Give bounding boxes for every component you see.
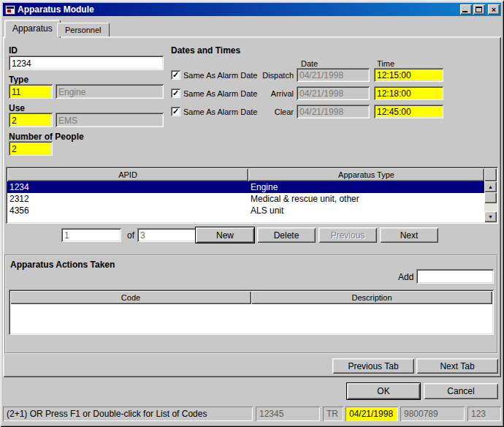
apparatus-table-body: 1234 Engine 2312 Medical & rescue unit, … bbox=[7, 181, 484, 216]
actions-table-header: Code Description bbox=[10, 291, 492, 304]
same-as-alarm-checkbox-clear[interactable]: ✓ bbox=[171, 107, 180, 116]
next-button[interactable]: Next bbox=[380, 227, 438, 243]
column-header-description[interactable]: Description bbox=[251, 291, 492, 304]
column-header-code[interactable]: Code bbox=[10, 291, 251, 304]
apid-cell: 1234 bbox=[7, 182, 248, 192]
next-tab-button[interactable]: Next Tab bbox=[416, 358, 498, 374]
maximize-button[interactable] bbox=[473, 4, 485, 15]
of-label: of bbox=[127, 230, 134, 241]
clear-date-field bbox=[297, 105, 370, 118]
dispatch-date-field bbox=[297, 68, 370, 82]
dates-times-title: Dates and Times bbox=[171, 45, 240, 56]
people-label: Number of People bbox=[9, 132, 84, 142]
check-icon: ✓ bbox=[172, 107, 179, 116]
column-header-apparatus-type[interactable]: Apparatus Type bbox=[248, 168, 484, 181]
apparatus-module-window: Apparatus Module × Apparatus Personnel I… bbox=[0, 0, 504, 427]
cancel-button[interactable]: Cancel bbox=[424, 383, 498, 399]
arrival-label: Arrival bbox=[244, 89, 294, 98]
clear-time-field[interactable] bbox=[374, 105, 443, 118]
add-label: Add bbox=[398, 272, 413, 282]
apparatus-row-1[interactable]: 1234 Engine bbox=[7, 181, 484, 193]
type-description-field bbox=[56, 84, 164, 99]
arrival-time-field[interactable] bbox=[374, 86, 443, 100]
dispatch-time-field[interactable] bbox=[374, 68, 443, 82]
actions-table-body bbox=[10, 304, 492, 330]
same-as-alarm-checkbox-arrival[interactable]: ✓ bbox=[171, 88, 180, 98]
column-header-stub bbox=[484, 168, 497, 181]
apparatus-table: APID Apparatus Type 1234 Engine 2312 Med… bbox=[6, 167, 498, 224]
id-input[interactable] bbox=[9, 56, 164, 70]
status-field-date: 04/21/1998 bbox=[345, 407, 398, 421]
window-title: Apparatus Module bbox=[18, 4, 459, 15]
scrollbar-thumb[interactable] bbox=[484, 192, 497, 203]
use-code-input[interactable] bbox=[9, 113, 53, 127]
column-header-apid[interactable]: APID bbox=[7, 168, 248, 181]
id-label: ID bbox=[9, 45, 18, 56]
status-bar: (2+1) OR Press F1 or Double-click for Li… bbox=[0, 404, 504, 424]
same-as-alarm-checkbox-dispatch[interactable]: ✓ bbox=[171, 70, 180, 80]
actions-table: Code Description bbox=[9, 290, 494, 335]
type-code-input[interactable] bbox=[9, 84, 53, 99]
scrollbar-track[interactable] bbox=[484, 192, 497, 211]
scroll-down-button[interactable]: ▼ bbox=[484, 211, 497, 222]
actions-taken-title: Apparatus Actions Taken bbox=[10, 260, 115, 270]
vertical-scrollbar[interactable]: ▲ ▼ bbox=[484, 181, 497, 222]
minimize-icon bbox=[462, 11, 467, 12]
close-icon: × bbox=[492, 6, 496, 14]
maximize-icon bbox=[476, 7, 482, 12]
apparatus-tab-panel: ID Type Use Number of People Dates and T… bbox=[3, 37, 501, 377]
dispatch-label: Dispatch bbox=[244, 71, 294, 80]
up-arrow-icon: ▲ bbox=[488, 184, 493, 189]
status-field-incident-number: 12345 bbox=[256, 407, 320, 421]
app-icon bbox=[5, 5, 15, 15]
type-cell: Medical & rescue unit, other bbox=[248, 194, 484, 204]
ok-button[interactable]: OK bbox=[347, 383, 420, 399]
new-button[interactable]: New bbox=[196, 227, 254, 243]
scroll-up-button[interactable]: ▲ bbox=[484, 181, 497, 192]
tab-personnel-label: Personnel bbox=[65, 26, 102, 34]
tab-personnel[interactable]: Personnel bbox=[57, 23, 110, 37]
arrival-date-field bbox=[297, 86, 370, 100]
add-code-input[interactable] bbox=[416, 269, 494, 284]
previous-button[interactable]: Previous bbox=[318, 227, 377, 243]
minimize-button[interactable] bbox=[460, 4, 472, 15]
close-button[interactable]: × bbox=[488, 4, 500, 15]
status-field-code: TR bbox=[323, 407, 343, 421]
apid-cell: 2312 bbox=[7, 194, 248, 204]
tab-apparatus-label: Apparatus bbox=[12, 23, 53, 34]
type-cell: ALS unit bbox=[248, 205, 484, 216]
status-message: (2+1) OR Press F1 or Double-click for Li… bbox=[3, 407, 253, 421]
down-arrow-icon: ▼ bbox=[488, 214, 493, 219]
check-icon: ✓ bbox=[172, 89, 179, 97]
type-cell: Engine bbox=[248, 182, 484, 192]
apparatus-row-3[interactable]: 4356 ALS unit bbox=[7, 205, 484, 216]
people-input[interactable] bbox=[9, 141, 53, 156]
previous-tab-button[interactable]: Previous Tab bbox=[332, 358, 414, 374]
clear-label: Clear bbox=[244, 107, 294, 116]
time-column-header: Time bbox=[377, 59, 394, 68]
check-icon: ✓ bbox=[172, 71, 179, 79]
apid-cell: 4356 bbox=[7, 205, 248, 216]
tab-apparatus[interactable]: Apparatus bbox=[4, 20, 61, 38]
type-label: Type bbox=[9, 75, 28, 85]
apparatus-table-header: APID Apparatus Type bbox=[7, 168, 497, 181]
status-field-station: 123 bbox=[467, 407, 501, 421]
record-number-input[interactable] bbox=[61, 228, 121, 242]
title-bar[interactable]: Apparatus Module × bbox=[3, 3, 501, 16]
date-column-header: Date bbox=[301, 59, 318, 68]
use-label: Use bbox=[9, 103, 25, 113]
record-total-input[interactable] bbox=[137, 228, 197, 242]
status-field-report-number: 9800789 bbox=[400, 407, 465, 421]
use-description-field bbox=[56, 113, 164, 127]
apparatus-row-2[interactable]: 2312 Medical & rescue unit, other bbox=[7, 193, 484, 205]
delete-button[interactable]: Delete bbox=[257, 227, 316, 243]
